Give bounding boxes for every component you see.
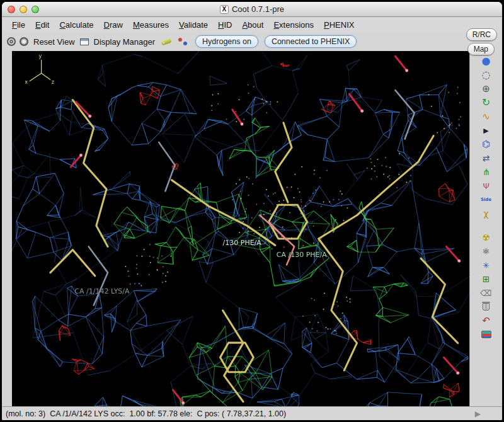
menu-file[interactable]: File: [7, 19, 30, 31]
regularize-zone-icon[interactable]: ∿: [478, 110, 495, 123]
bond-tool-icon[interactable]: [178, 37, 188, 46]
canvas-area: /130 PHE/ACA /130 PHE/ACA /1/142 LYS/A: [12, 51, 469, 406]
gl-canvas[interactable]: [12, 51, 469, 406]
display-manager-icon[interactable]: [80, 38, 89, 45]
right-toolbar: ●◌⊕↻∿▶⌬⇄⋔ΨSideχ☢⚛✳⊞⌫↶: [469, 51, 502, 406]
edit-chi-angles-icon[interactable]: χ: [478, 207, 495, 220]
rotamers-icon[interactable]: Ψ: [478, 180, 495, 192]
fix-atoms-icon[interactable]: ▶: [478, 124, 495, 137]
title-bar[interactable]: X Coot 0.7.1-pre: [2, 2, 502, 17]
traffic-lights: [8, 6, 39, 13]
window-title-text: Coot 0.7.1-pre: [232, 4, 284, 14]
place-atom-icon[interactable]: ⊞: [478, 273, 495, 285]
rigid-body-fit-icon[interactable]: ⌬: [478, 138, 495, 151]
menu-about[interactable]: About: [237, 19, 268, 31]
camera-target-icon[interactable]: [7, 37, 16, 46]
mutate-autofit-icon[interactable]: ☢: [478, 231, 495, 244]
menu-measures[interactable]: Measures: [128, 19, 174, 31]
undo-icon[interactable]: ↶: [478, 314, 495, 327]
auto-fit-rotamer-icon[interactable]: ⋔: [478, 166, 495, 178]
window-title: X Coot 0.7.1-pre: [220, 4, 284, 14]
left-gutter: [2, 51, 12, 406]
coot-window: X Coot 0.7.1-pre FileEditCalculateDrawMe…: [1, 1, 503, 421]
display-manager-button[interactable]: Display Manager: [93, 37, 157, 47]
menu-hid[interactable]: HID: [213, 19, 237, 31]
close-button[interactable]: [8, 6, 15, 13]
reset-view-button[interactable]: Reset View: [32, 37, 76, 47]
menu-calculate[interactable]: Calculate: [54, 19, 98, 31]
zoom-target-icon[interactable]: [20, 37, 28, 46]
delete-item-icon[interactable]: [478, 300, 495, 313]
zoom-button[interactable]: [32, 6, 39, 13]
menu-phenix[interactable]: PHENIX: [319, 19, 359, 31]
status-expander-icon[interactable]: ▶: [475, 409, 481, 418]
minimize-button[interactable]: [20, 6, 27, 13]
main-area: /130 PHE/ACA /130 PHE/ACA /1/142 LYS/A ●…: [2, 51, 502, 406]
menu-extensions[interactable]: Extensions: [268, 19, 319, 31]
simple-mutate-icon[interactable]: ⚛: [478, 245, 495, 258]
key-icon[interactable]: [161, 38, 171, 45]
issues-flag-icon[interactable]: [478, 328, 495, 341]
status-text: (mol. no: 3) CA /1/A/142 LYS occ: 1.00 b…: [6, 409, 286, 418]
main-toolbar: Reset View Display Manager Hydrogens on …: [2, 32, 502, 51]
status-bar: (mol. no: 3) CA /1/A/142 LYS occ: 1.00 b…: [2, 406, 502, 420]
translate-view-icon[interactable]: ⊕: [478, 83, 495, 95]
menu-bar: FileEditCalculateDrawMeasuresValidateHID…: [2, 17, 502, 32]
rotate-translate-icon[interactable]: ⇄: [478, 152, 495, 164]
x11-icon: X: [220, 5, 229, 14]
phenix-status-button[interactable]: Connected to PHENIX: [265, 35, 357, 48]
add-terminal-residue-icon[interactable]: ✳: [478, 259, 495, 271]
clear-pick-icon[interactable]: ⌫: [478, 287, 495, 299]
hydrogens-toggle-button[interactable]: Hydrogens on: [195, 35, 258, 48]
dashed-circle-icon[interactable]: ◌: [478, 69, 495, 81]
rrc-button[interactable]: R/RC: [466, 28, 497, 41]
real-space-refine-icon[interactable]: ↻: [478, 96, 495, 109]
menu-draw[interactable]: Draw: [99, 19, 128, 31]
sphere-refine-icon[interactable]: ●: [478, 55, 495, 67]
map-button[interactable]: Map: [467, 43, 495, 55]
menu-validate[interactable]: Validate: [174, 19, 213, 31]
side-chain-flip-icon[interactable]: Side: [478, 193, 495, 206]
menu-edit[interactable]: Edit: [30, 19, 54, 31]
